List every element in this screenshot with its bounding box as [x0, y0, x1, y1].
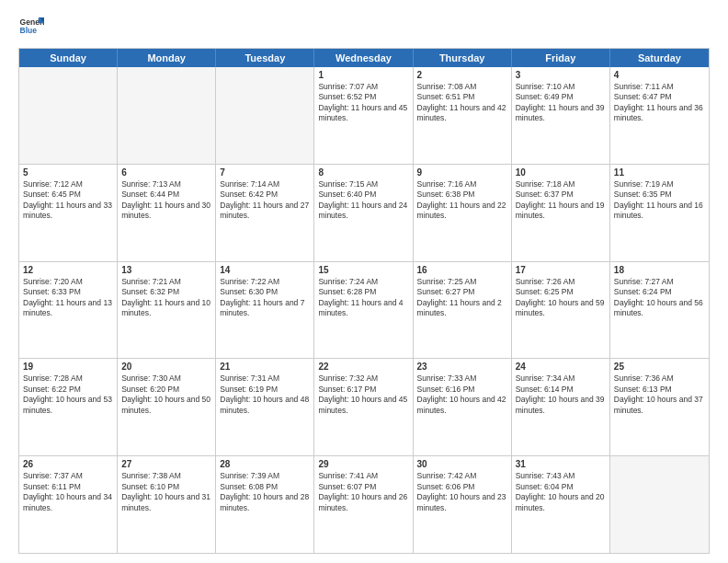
cell-text: Sunrise: 7:20 AMSunset: 6:33 PMDaylight:… — [23, 277, 113, 319]
day-number: 4 — [614, 70, 705, 80]
day-cell-1: 1Sunrise: 7:07 AMSunset: 6:52 PMDaylight… — [314, 67, 413, 164]
day-cell-21: 21Sunrise: 7:31 AMSunset: 6:19 PMDayligh… — [216, 359, 314, 455]
day-cell-22: 22Sunrise: 7:32 AMSunset: 6:17 PMDayligh… — [314, 359, 413, 455]
day-header-friday: Friday — [512, 49, 610, 67]
day-cell-17: 17Sunrise: 7:26 AMSunset: 6:25 PMDayligh… — [512, 262, 610, 359]
calendar-week-2: 5Sunrise: 7:12 AMSunset: 6:45 PMDaylight… — [19, 165, 709, 262]
cell-text: Sunrise: 7:31 AMSunset: 6:19 PMDaylight:… — [220, 373, 310, 416]
day-cell-27: 27Sunrise: 7:38 AMSunset: 6:10 PMDayligh… — [118, 456, 216, 553]
day-header-wednesday: Wednesday — [314, 49, 413, 67]
day-cell-3: 3Sunrise: 7:10 AMSunset: 6:49 PMDaylight… — [512, 67, 610, 164]
day-number: 19 — [23, 362, 113, 372]
day-cell-15: 15Sunrise: 7:24 AMSunset: 6:28 PMDayligh… — [314, 262, 413, 359]
calendar-week-5: 26Sunrise: 7:37 AMSunset: 6:11 PMDayligh… — [19, 456, 709, 553]
day-number: 6 — [121, 167, 211, 178]
cell-text: Sunrise: 7:36 AMSunset: 6:13 PMDaylight:… — [614, 373, 705, 416]
day-cell-10: 10Sunrise: 7:18 AMSunset: 6:37 PMDayligh… — [512, 165, 610, 261]
cell-text: Sunrise: 7:26 AMSunset: 6:25 PMDaylight:… — [516, 277, 606, 319]
day-cell-24: 24Sunrise: 7:34 AMSunset: 6:14 PMDayligh… — [512, 359, 610, 455]
cell-text: Sunrise: 7:07 AMSunset: 6:52 PMDaylight:… — [318, 82, 408, 124]
day-number: 25 — [614, 362, 705, 372]
day-cell-18: 18Sunrise: 7:27 AMSunset: 6:24 PMDayligh… — [610, 262, 709, 359]
cell-text: Sunrise: 7:27 AMSunset: 6:24 PMDaylight:… — [614, 277, 705, 319]
logo: General Blue — [18, 15, 44, 40]
day-number: 24 — [516, 362, 606, 372]
calendar-body: 1Sunrise: 7:07 AMSunset: 6:52 PMDaylight… — [19, 67, 709, 553]
cell-text: Sunrise: 7:42 AMSunset: 6:06 PMDaylight:… — [417, 471, 507, 513]
day-cell-8: 8Sunrise: 7:15 AMSunset: 6:40 PMDaylight… — [314, 165, 413, 261]
day-number: 26 — [23, 459, 113, 469]
day-cell-6: 6Sunrise: 7:13 AMSunset: 6:44 PMDaylight… — [118, 165, 216, 261]
day-number: 15 — [318, 265, 408, 275]
cell-text: Sunrise: 7:38 AMSunset: 6:10 PMDaylight:… — [121, 471, 211, 513]
day-number: 2 — [417, 70, 507, 80]
day-cell-25: 25Sunrise: 7:36 AMSunset: 6:13 PMDayligh… — [610, 359, 709, 455]
day-number: 11 — [614, 167, 705, 178]
empty-cell — [118, 67, 216, 164]
cell-text: Sunrise: 7:30 AMSunset: 6:20 PMDaylight:… — [121, 373, 211, 416]
day-cell-14: 14Sunrise: 7:22 AMSunset: 6:30 PMDayligh… — [216, 262, 314, 359]
cell-text: Sunrise: 7:41 AMSunset: 6:07 PMDaylight:… — [318, 471, 408, 513]
calendar-week-4: 19Sunrise: 7:28 AMSunset: 6:22 PMDayligh… — [19, 359, 709, 456]
cell-text: Sunrise: 7:33 AMSunset: 6:16 PMDaylight:… — [417, 373, 507, 416]
day-number: 23 — [417, 362, 507, 372]
cell-text: Sunrise: 7:12 AMSunset: 6:45 PMDaylight:… — [23, 179, 113, 222]
day-header-thursday: Thursday — [414, 49, 512, 67]
day-number: 20 — [121, 362, 211, 372]
day-number: 27 — [121, 459, 211, 469]
calendar-week-1: 1Sunrise: 7:07 AMSunset: 6:52 PMDaylight… — [19, 67, 709, 165]
cell-text: Sunrise: 7:37 AMSunset: 6:11 PMDaylight:… — [23, 471, 113, 513]
empty-cell — [19, 67, 118, 164]
day-header-sunday: Sunday — [19, 49, 118, 67]
day-number: 13 — [121, 265, 211, 275]
logo-icon: General Blue — [18, 15, 44, 40]
cell-text: Sunrise: 7:32 AMSunset: 6:17 PMDaylight:… — [318, 373, 408, 416]
day-number: 16 — [417, 265, 507, 275]
cell-text: Sunrise: 7:13 AMSunset: 6:44 PMDaylight:… — [121, 179, 211, 222]
day-number: 9 — [417, 167, 507, 178]
day-cell-23: 23Sunrise: 7:33 AMSunset: 6:16 PMDayligh… — [414, 359, 512, 455]
day-number: 3 — [516, 70, 606, 80]
cell-text: Sunrise: 7:18 AMSunset: 6:37 PMDaylight:… — [516, 179, 606, 222]
calendar-header: SundayMondayTuesdayWednesdayThursdayFrid… — [19, 49, 709, 67]
cell-text: Sunrise: 7:34 AMSunset: 6:14 PMDaylight:… — [516, 373, 606, 416]
day-cell-2: 2Sunrise: 7:08 AMSunset: 6:51 PMDaylight… — [414, 67, 512, 164]
svg-text:Blue: Blue — [20, 26, 38, 35]
day-cell-7: 7Sunrise: 7:14 AMSunset: 6:42 PMDaylight… — [216, 165, 314, 261]
cell-text: Sunrise: 7:25 AMSunset: 6:27 PMDaylight:… — [417, 277, 507, 319]
day-cell-13: 13Sunrise: 7:21 AMSunset: 6:32 PMDayligh… — [118, 262, 216, 359]
day-header-saturday: Saturday — [610, 49, 709, 67]
cell-text: Sunrise: 7:21 AMSunset: 6:32 PMDaylight:… — [121, 277, 211, 319]
day-cell-29: 29Sunrise: 7:41 AMSunset: 6:07 PMDayligh… — [314, 456, 413, 553]
day-cell-30: 30Sunrise: 7:42 AMSunset: 6:06 PMDayligh… — [414, 456, 512, 553]
day-number: 21 — [220, 362, 310, 372]
day-cell-4: 4Sunrise: 7:11 AMSunset: 6:47 PMDaylight… — [610, 67, 709, 164]
day-cell-31: 31Sunrise: 7:43 AMSunset: 6:04 PMDayligh… — [512, 456, 610, 553]
day-number: 1 — [318, 70, 408, 80]
cell-text: Sunrise: 7:28 AMSunset: 6:22 PMDaylight:… — [23, 373, 113, 416]
day-number: 12 — [23, 265, 113, 275]
day-cell-26: 26Sunrise: 7:37 AMSunset: 6:11 PMDayligh… — [19, 456, 118, 553]
cell-text: Sunrise: 7:43 AMSunset: 6:04 PMDaylight:… — [516, 471, 606, 513]
page: General Blue SundayMondayTuesdayWednesda… — [0, 0, 728, 563]
cell-text: Sunrise: 7:22 AMSunset: 6:30 PMDaylight:… — [220, 277, 310, 319]
cell-text: Sunrise: 7:16 AMSunset: 6:38 PMDaylight:… — [417, 179, 507, 222]
cell-text: Sunrise: 7:14 AMSunset: 6:42 PMDaylight:… — [220, 179, 310, 222]
day-number: 14 — [220, 265, 310, 275]
cell-text: Sunrise: 7:15 AMSunset: 6:40 PMDaylight:… — [318, 179, 408, 222]
day-cell-5: 5Sunrise: 7:12 AMSunset: 6:45 PMDaylight… — [19, 165, 118, 261]
day-number: 28 — [220, 459, 310, 469]
day-header-monday: Monday — [118, 49, 216, 67]
day-number: 7 — [220, 167, 310, 178]
day-header-tuesday: Tuesday — [216, 49, 314, 67]
day-cell-11: 11Sunrise: 7:19 AMSunset: 6:35 PMDayligh… — [610, 165, 709, 261]
day-number: 31 — [516, 459, 606, 469]
day-number: 18 — [614, 265, 705, 275]
calendar-week-3: 12Sunrise: 7:20 AMSunset: 6:33 PMDayligh… — [19, 262, 709, 360]
cell-text: Sunrise: 7:10 AMSunset: 6:49 PMDaylight:… — [516, 82, 606, 124]
header: General Blue — [18, 15, 710, 40]
day-number: 22 — [318, 362, 408, 372]
cell-text: Sunrise: 7:39 AMSunset: 6:08 PMDaylight:… — [220, 471, 310, 513]
cell-text: Sunrise: 7:19 AMSunset: 6:35 PMDaylight:… — [614, 179, 705, 222]
day-number: 17 — [516, 265, 606, 275]
